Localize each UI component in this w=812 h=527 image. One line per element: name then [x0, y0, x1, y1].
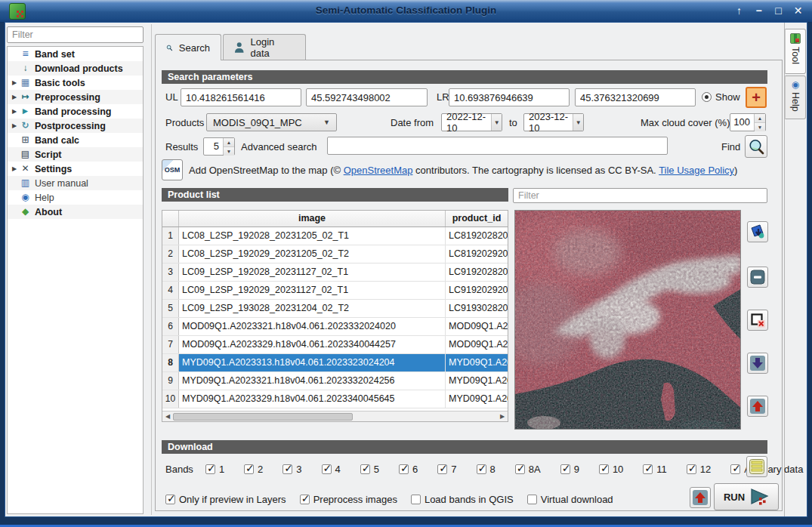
product-id-cell[interactable]: LC8192029202... — [446, 245, 508, 263]
sidebar-item-settings[interactable]: ▶Settings — [8, 162, 143, 176]
row-number-cell[interactable]: 4 — [162, 282, 179, 299]
export-download-links-button[interactable] — [690, 487, 711, 508]
image-cell[interactable]: LC09_L2SP_193028_20231204_02_T2 — [179, 300, 446, 317]
checkbox-band-4[interactable]: 4 — [322, 464, 341, 475]
scroll-right-icon[interactable]: ▶ — [497, 413, 508, 420]
row-number-cell[interactable]: 1 — [162, 227, 179, 245]
checkbox-preprocess-images[interactable]: Preprocess images — [300, 494, 397, 505]
products-combobox[interactable]: MODIS_09Q1_MPC ▼ — [206, 113, 337, 131]
close-icon[interactable]: ✕ — [792, 4, 804, 18]
product-filter-input[interactable] — [513, 188, 767, 203]
checkbox-band-1[interactable]: 1 — [205, 464, 224, 475]
maximize-icon[interactable]: □ — [772, 4, 785, 18]
find-button[interactable] — [745, 135, 767, 158]
checkbox-load-bands-in-qgis[interactable]: Load bands in QGIS — [411, 494, 514, 505]
max-cloud-spinner[interactable]: 100 ▲▼ — [730, 113, 766, 131]
checkbox-icon[interactable] — [360, 464, 370, 474]
table-row[interactable]: 6MOD09Q1.A2023321.h18v04.061.20233320240… — [162, 318, 508, 336]
row-number-cell[interactable]: 5 — [162, 300, 179, 317]
table-row[interactable]: 10MYD09Q1.A2023329.h18v04.061.2023340045… — [162, 390, 508, 408]
image-cell[interactable]: LC08_L2SP_192029_20231205_02_T2 — [179, 245, 446, 263]
clear-table-button[interactable] — [747, 310, 768, 331]
row-number-cell[interactable]: 8 — [162, 354, 179, 371]
dock-tab-tool[interactable]: Tool — [785, 29, 806, 74]
product-id-cell[interactable]: MYD09Q1.A20... — [446, 390, 508, 408]
table-row[interactable]: 2LC08_L2SP_192029_20231205_02_T2LC819202… — [162, 245, 508, 264]
splitter[interactable] — [151, 24, 152, 515]
expand-arrow-icon[interactable]: ▶ — [10, 108, 19, 115]
spin-up-icon[interactable]: ▲ — [755, 114, 765, 123]
chevron-down-icon[interactable]: ▼ — [573, 114, 583, 131]
row-number-header[interactable] — [162, 211, 179, 227]
product-id-column-header[interactable]: product_id — [446, 211, 508, 227]
row-number-cell[interactable]: 10 — [162, 390, 179, 408]
tab-login-data[interactable]: Login data — [223, 34, 306, 60]
download-images-button[interactable] — [747, 353, 768, 374]
show-radio[interactable] — [702, 92, 712, 102]
table-row[interactable]: 7MOD09Q1.A2023329.h18v04.061.20233400442… — [162, 336, 508, 354]
export-links-button[interactable] — [747, 396, 768, 417]
checkbox-icon[interactable] — [599, 464, 609, 474]
checkbox-band-9[interactable]: 9 — [560, 464, 579, 475]
checkbox-icon[interactable] — [730, 464, 740, 474]
checkbox-band-3[interactable]: 3 — [283, 464, 301, 475]
image-cell[interactable]: MOD09Q1.A2023329.h18v04.061.202334004425… — [179, 336, 446, 353]
display-preview-in-map-button[interactable] — [747, 221, 768, 242]
row-number-cell[interactable]: 3 — [162, 264, 179, 281]
results-spinner[interactable]: 5 ▲▼ — [203, 137, 235, 156]
add-area-button[interactable]: + — [746, 87, 767, 108]
scroll-left-icon[interactable]: ◀ — [162, 413, 173, 420]
checkbox-icon[interactable] — [244, 464, 254, 474]
tab-search[interactable]: Search — [155, 34, 221, 60]
sidebar-item-basic-tools[interactable]: ▶Basic tools — [8, 76, 143, 90]
product-id-cell[interactable]: LC9192028202... — [446, 264, 508, 281]
checkbox-band-6[interactable]: 6 — [399, 464, 418, 475]
checkbox-icon[interactable] — [643, 464, 653, 474]
image-cell[interactable]: MYD09Q1.A2023313.h18v04.061.202332302420… — [179, 354, 446, 371]
table-row[interactable]: 3LC09_L2SP_192028_20231127_02_T1LC919202… — [162, 264, 508, 282]
advanced-search-input[interactable] — [327, 137, 668, 155]
sidebar-item-about[interactable]: About — [8, 205, 143, 219]
table-row[interactable]: 1LC08_L2SP_192028_20231205_02_T1LC819202… — [162, 227, 508, 245]
checkbox-icon[interactable] — [687, 464, 696, 474]
sidebar-item-band-processing[interactable]: ▶Band processing — [8, 104, 143, 119]
spin-down-icon[interactable]: ▼ — [224, 147, 234, 156]
row-number-cell[interactable]: 6 — [162, 318, 179, 335]
checkbox-icon[interactable] — [477, 464, 486, 474]
checkbox-band-8[interactable]: 8 — [477, 464, 496, 475]
openstreetmap-link[interactable]: OpenStreetMap — [344, 165, 413, 176]
checkbox-icon[interactable] — [205, 464, 215, 474]
sidebar-item-band-calc[interactable]: Band calc — [8, 133, 143, 147]
product-id-cell[interactable]: LC9193028202... — [446, 300, 508, 317]
sidebar-item-preprocessing[interactable]: ▶Preprocessing — [8, 90, 143, 104]
lr-lat-input[interactable] — [575, 88, 696, 106]
ul-lon-input[interactable] — [181, 88, 301, 106]
checkbox-icon[interactable] — [411, 495, 421, 504]
sidebar-filter-input[interactable] — [7, 26, 144, 43]
checkbox-icon[interactable] — [527, 495, 537, 504]
checkbox-icon[interactable] — [515, 464, 525, 474]
image-cell[interactable]: MOD09Q1.A2023321.h18v04.061.202333202402… — [179, 318, 446, 335]
sidebar-item-help[interactable]: Help — [8, 190, 143, 205]
checkbox-icon[interactable] — [300, 495, 310, 504]
product-id-cell[interactable]: LC8192028202... — [446, 227, 508, 245]
run-button[interactable]: RUN — [714, 483, 779, 510]
checkbox-icon[interactable] — [322, 464, 332, 474]
checkbox-virtual-download[interactable]: Virtual download — [527, 494, 613, 505]
product-id-cell[interactable]: MOD09Q1.A20... — [446, 336, 508, 353]
tile-usage-policy-link[interactable]: Tile Usage Policy — [659, 165, 734, 176]
checkbox-band-10[interactable]: 10 — [599, 464, 623, 475]
table-row[interactable]: 5LC09_L2SP_193028_20231204_02_T2LC919302… — [162, 300, 508, 318]
ul-lat-input[interactable] — [306, 88, 428, 106]
chevron-down-icon[interactable]: ▼ — [491, 114, 502, 131]
shade-icon[interactable]: ↑ — [733, 4, 746, 18]
date-from-picker[interactable]: 2022-12-10 ▼ — [441, 113, 502, 131]
band-table-button[interactable] — [746, 456, 767, 477]
expand-arrow-icon[interactable]: ▶ — [10, 122, 19, 129]
scrollbar-thumb[interactable] — [173, 413, 353, 421]
expand-arrow-icon[interactable]: ▶ — [10, 165, 19, 172]
checkbox-band-11[interactable]: 11 — [643, 464, 667, 475]
checkbox-band-8a[interactable]: 8A — [515, 464, 541, 475]
row-number-cell[interactable]: 2 — [162, 245, 179, 263]
sidebar-item-postprocessing[interactable]: ▶Postprocessing — [8, 119, 143, 133]
